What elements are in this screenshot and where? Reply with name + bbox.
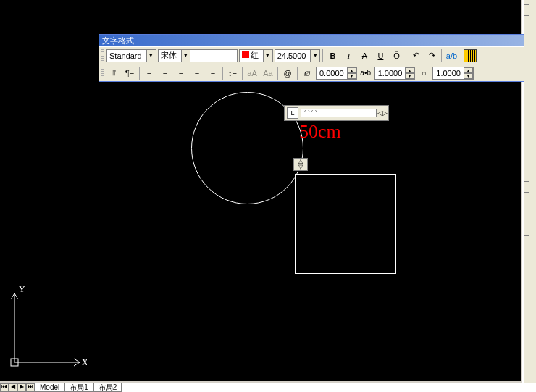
strikethrough-button[interactable]: A <box>357 49 372 63</box>
panel-button[interactable] <box>524 138 529 149</box>
line-spacing-button[interactable]: ↕≡ <box>225 66 240 80</box>
mtext-height-handle[interactable]: △▽ <box>293 158 308 171</box>
layout-tabs-bar: ⏮ ◀ ▶ ⏭ Model 布局1 布局2 <box>0 383 536 392</box>
tab-nav-buttons: ⏮ ◀ ▶ ⏭ <box>0 383 35 392</box>
svg-line-2 <box>74 362 80 366</box>
oblique-angle-field[interactable]: 0.0000 ▴▾ <box>316 67 357 80</box>
align-left-button[interactable]: ≡ <box>142 66 156 80</box>
mtext-align-mode[interactable]: L <box>287 107 298 119</box>
mtext-ruler[interactable]: L ◁▷ <box>284 105 389 121</box>
align-center-button[interactable]: ≡ <box>158 66 172 80</box>
panel-button[interactable] <box>524 4 529 16</box>
ucs-icon: X Y <box>7 283 87 370</box>
ucs-y-label: Y <box>19 284 25 294</box>
mtext-ruler-bar[interactable] <box>301 109 377 117</box>
chevron-down-icon[interactable]: ▾ <box>146 50 156 62</box>
color-combo[interactable]: 红▾ <box>239 49 273 62</box>
distribute-button[interactable]: ≡ <box>206 66 220 80</box>
text-height-combo[interactable]: 24.5000▾ <box>275 49 321 62</box>
toolbar-title[interactable]: 文字格式 <box>99 35 535 46</box>
spinner-icon[interactable]: ▴▾ <box>347 67 356 79</box>
text-format-toolbar: 文字格式 Standard▾ 宋体▾ 红▾ 24.5000▾ B I A U Ō… <box>99 34 536 82</box>
font-combo[interactable]: 宋体▾ <box>158 49 238 62</box>
italic-button[interactable]: I <box>341 49 356 63</box>
tracking-icon: a•b <box>359 66 373 80</box>
overline-button[interactable]: Ō <box>389 49 403 63</box>
right-scrollbar-area <box>524 0 536 392</box>
undo-button[interactable]: ↶ <box>409 49 423 63</box>
tab-last-button[interactable]: ⏭ <box>26 383 35 392</box>
insert-symbol-button[interactable]: @ <box>280 66 295 80</box>
mtext-content[interactable]: 50cm <box>299 121 341 143</box>
ucs-x-label: X <box>82 357 87 367</box>
chevron-down-icon[interactable]: ▾ <box>263 50 272 62</box>
width-factor-icon: ○ <box>416 66 431 80</box>
lowercase-button[interactable]: Aa <box>261 66 275 80</box>
grip-icon[interactable] <box>101 49 104 62</box>
tab-layout-2[interactable]: 布局2 <box>93 383 122 392</box>
chevron-down-icon[interactable]: ▾ <box>181 50 190 62</box>
redo-button[interactable]: ↷ <box>424 49 439 63</box>
svg-line-5 <box>14 293 18 299</box>
svg-line-1 <box>74 359 80 362</box>
uppercase-button[interactable]: aA <box>245 66 259 80</box>
panel-button[interactable] <box>524 225 529 236</box>
align-right-button[interactable]: ≡ <box>174 66 188 80</box>
toolbar-row-1: Standard▾ 宋体▾ 红▾ 24.5000▾ B I A U Ō ↶ ↷ … <box>99 46 535 64</box>
mtext-width-handle[interactable]: ◁▷ <box>377 109 388 117</box>
stack-fraction-button[interactable]: a/b <box>444 49 458 63</box>
tab-model[interactable]: Model <box>35 383 64 392</box>
rectangle-shape <box>295 174 396 274</box>
bold-button[interactable]: B <box>325 49 340 63</box>
justify-button[interactable]: ≡ <box>190 66 204 80</box>
chevron-down-icon[interactable]: ▾ <box>310 50 319 62</box>
toolbar-row-2: ⫴̈ ¶≡ ≡ ≡ ≡ ≡ ≡ ↕≡ aA Aa @ Ø 0.0000 ▴▾ a… <box>99 64 535 81</box>
panel-button[interactable] <box>524 181 529 193</box>
color-swatch-red <box>242 51 249 58</box>
tab-layout-1[interactable]: 布局1 <box>64 383 93 392</box>
columns-button[interactable]: ⫴̈ <box>106 66 121 80</box>
tab-prev-button[interactable]: ◀ <box>9 383 17 392</box>
tab-first-button[interactable]: ⏮ <box>0 383 9 392</box>
text-style-combo[interactable]: Standard▾ <box>106 49 156 62</box>
mtext-options-button[interactable]: ¶≡ <box>122 66 137 80</box>
tracking-field[interactable]: 1.0000 ▴▾ <box>374 67 416 80</box>
oblique-icon: Ø <box>300 66 314 80</box>
underline-button[interactable]: U <box>373 49 388 63</box>
spinner-icon[interactable]: ▴▾ <box>464 67 473 79</box>
spinner-icon[interactable]: ▴▾ <box>405 67 414 79</box>
width-factor-field[interactable]: 1.0000 ▴▾ <box>432 67 474 80</box>
tab-next-button[interactable]: ▶ <box>17 383 26 392</box>
ruler-button[interactable] <box>464 49 477 62</box>
svg-line-4 <box>11 293 14 299</box>
grip-icon[interactable] <box>101 67 104 80</box>
